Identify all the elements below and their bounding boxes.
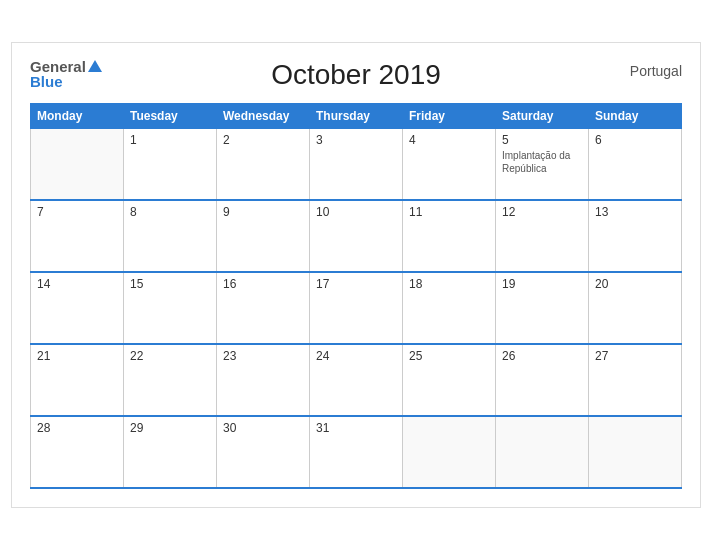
weekday-header: Tuesday bbox=[124, 103, 217, 128]
day-number: 21 bbox=[37, 349, 117, 363]
calendar-day-cell: 4 bbox=[403, 128, 496, 200]
weekday-header: Friday bbox=[403, 103, 496, 128]
calendar-day-cell: 15 bbox=[124, 272, 217, 344]
calendar-day-cell: 17 bbox=[310, 272, 403, 344]
calendar-day-cell bbox=[31, 128, 124, 200]
calendar-day-cell: 14 bbox=[31, 272, 124, 344]
day-number: 31 bbox=[316, 421, 396, 435]
weekday-header: Sunday bbox=[589, 103, 682, 128]
weekday-header: Saturday bbox=[496, 103, 589, 128]
calendar-day-cell: 19 bbox=[496, 272, 589, 344]
calendar-day-cell: 5Implantação da República bbox=[496, 128, 589, 200]
day-number: 1 bbox=[130, 133, 210, 147]
calendar-day-cell: 24 bbox=[310, 344, 403, 416]
calendar-day-cell: 1 bbox=[124, 128, 217, 200]
day-number: 22 bbox=[130, 349, 210, 363]
calendar-day-cell: 12 bbox=[496, 200, 589, 272]
weekday-header: Monday bbox=[31, 103, 124, 128]
calendar-day-cell bbox=[496, 416, 589, 488]
day-number: 5 bbox=[502, 133, 582, 147]
calendar-day-cell: 11 bbox=[403, 200, 496, 272]
calendar-day-cell: 6 bbox=[589, 128, 682, 200]
day-number: 3 bbox=[316, 133, 396, 147]
calendar-header: General Blue October 2019 Portugal bbox=[30, 59, 682, 91]
day-number: 30 bbox=[223, 421, 303, 435]
day-number: 15 bbox=[130, 277, 210, 291]
day-number: 13 bbox=[595, 205, 675, 219]
logo-general-text: General bbox=[30, 59, 86, 74]
calendar-day-cell: 22 bbox=[124, 344, 217, 416]
calendar-day-cell: 13 bbox=[589, 200, 682, 272]
calendar-day-cell: 27 bbox=[589, 344, 682, 416]
calendar-day-cell: 29 bbox=[124, 416, 217, 488]
calendar-day-cell: 20 bbox=[589, 272, 682, 344]
day-number: 20 bbox=[595, 277, 675, 291]
day-number: 17 bbox=[316, 277, 396, 291]
country-label: Portugal bbox=[630, 63, 682, 79]
day-number: 10 bbox=[316, 205, 396, 219]
day-number: 12 bbox=[502, 205, 582, 219]
day-number: 8 bbox=[130, 205, 210, 219]
day-number: 25 bbox=[409, 349, 489, 363]
weekday-header: Thursday bbox=[310, 103, 403, 128]
calendar-day-cell bbox=[403, 416, 496, 488]
day-number: 7 bbox=[37, 205, 117, 219]
day-number: 29 bbox=[130, 421, 210, 435]
logo: General Blue bbox=[30, 59, 102, 89]
day-number: 26 bbox=[502, 349, 582, 363]
calendar-day-cell: 3 bbox=[310, 128, 403, 200]
calendar-day-cell: 26 bbox=[496, 344, 589, 416]
logo-triangle-icon bbox=[88, 60, 102, 72]
calendar-day-cell: 18 bbox=[403, 272, 496, 344]
calendar-grid: MondayTuesdayWednesdayThursdayFridaySatu… bbox=[30, 103, 682, 490]
calendar-day-cell: 10 bbox=[310, 200, 403, 272]
logo-blue-text: Blue bbox=[30, 74, 102, 89]
day-number: 16 bbox=[223, 277, 303, 291]
calendar-day-cell: 8 bbox=[124, 200, 217, 272]
day-number: 14 bbox=[37, 277, 117, 291]
calendar-day-cell bbox=[589, 416, 682, 488]
calendar-body: 12345Implantação da República67891011121… bbox=[31, 128, 682, 488]
day-number: 11 bbox=[409, 205, 489, 219]
calendar-week-row: 78910111213 bbox=[31, 200, 682, 272]
day-number: 4 bbox=[409, 133, 489, 147]
calendar-day-cell: 2 bbox=[217, 128, 310, 200]
day-number: 18 bbox=[409, 277, 489, 291]
calendar-header-row: MondayTuesdayWednesdayThursdayFridaySatu… bbox=[31, 103, 682, 128]
day-number: 27 bbox=[595, 349, 675, 363]
calendar-day-cell: 25 bbox=[403, 344, 496, 416]
day-number: 2 bbox=[223, 133, 303, 147]
day-number: 24 bbox=[316, 349, 396, 363]
calendar-week-row: 12345Implantação da República6 bbox=[31, 128, 682, 200]
calendar-week-row: 28293031 bbox=[31, 416, 682, 488]
calendar-day-cell: 9 bbox=[217, 200, 310, 272]
holiday-text: Implantação da República bbox=[502, 149, 582, 175]
calendar-day-cell: 30 bbox=[217, 416, 310, 488]
day-number: 19 bbox=[502, 277, 582, 291]
calendar-day-cell: 31 bbox=[310, 416, 403, 488]
calendar-week-row: 21222324252627 bbox=[31, 344, 682, 416]
calendar-day-cell: 23 bbox=[217, 344, 310, 416]
calendar-day-cell: 21 bbox=[31, 344, 124, 416]
calendar-container: General Blue October 2019 Portugal Monda… bbox=[11, 42, 701, 509]
weekday-header: Wednesday bbox=[217, 103, 310, 128]
day-number: 9 bbox=[223, 205, 303, 219]
calendar-week-row: 14151617181920 bbox=[31, 272, 682, 344]
calendar-title: October 2019 bbox=[271, 59, 441, 91]
calendar-day-cell: 7 bbox=[31, 200, 124, 272]
day-number: 23 bbox=[223, 349, 303, 363]
calendar-day-cell: 28 bbox=[31, 416, 124, 488]
calendar-day-cell: 16 bbox=[217, 272, 310, 344]
day-number: 28 bbox=[37, 421, 117, 435]
day-number: 6 bbox=[595, 133, 675, 147]
